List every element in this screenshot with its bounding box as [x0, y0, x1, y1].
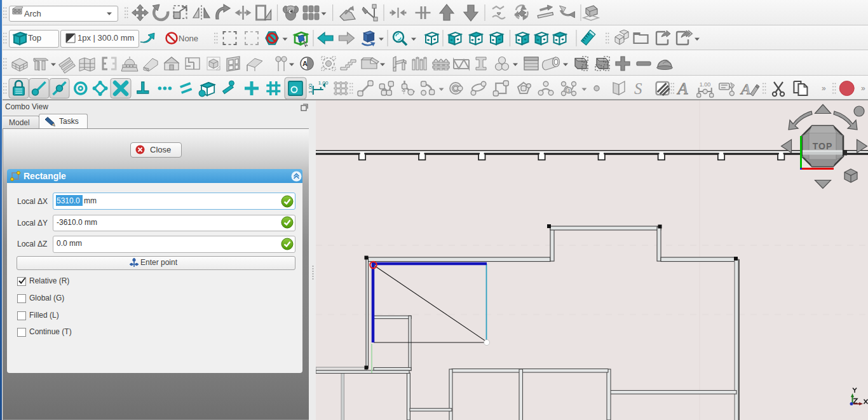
svg-text:TOP: TOP — [813, 141, 833, 151]
